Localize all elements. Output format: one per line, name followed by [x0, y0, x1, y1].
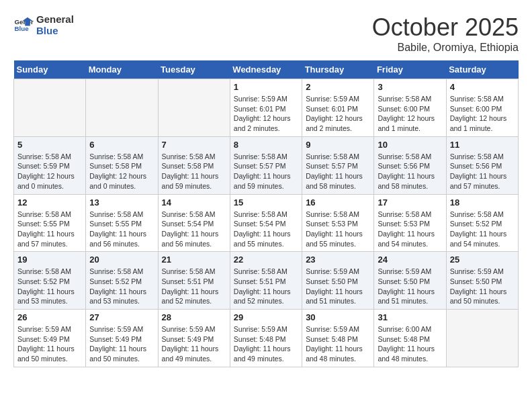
day-number: 14 [162, 197, 226, 208]
day-number: 8 [234, 140, 298, 150]
calendar-table: SundayMondayTuesdayWednesdayThursdayFrid… [13, 60, 519, 367]
day-number: 31 [378, 312, 442, 322]
day-info: Sunrise: 5:59 AMSunset: 6:01 PMDaylight:… [234, 94, 298, 134]
day-number: 28 [162, 312, 226, 322]
weekday-header-tuesday: Tuesday [158, 60, 230, 79]
day-number: 6 [89, 140, 154, 150]
day-cell-30: 30Sunrise: 5:59 AMSunset: 5:48 PMDayligh… [302, 310, 374, 367]
day-cell-24: 24Sunrise: 5:59 AMSunset: 5:50 PMDayligh… [374, 252, 446, 310]
day-cell-28: 28Sunrise: 5:59 AMSunset: 5:49 PMDayligh… [158, 310, 230, 367]
weekday-header-sunday: Sunday [14, 60, 86, 79]
day-number: 24 [378, 255, 442, 265]
day-number: 2 [306, 82, 370, 92]
logo-icon: General Blue [13, 15, 34, 35]
day-cell-10: 10Sunrise: 5:58 AMSunset: 5:56 PMDayligh… [374, 136, 446, 194]
day-info: Sunrise: 5:58 AMSunset: 6:00 PMDaylight:… [450, 94, 515, 134]
day-cell-8: 8Sunrise: 5:58 AMSunset: 5:57 PMDaylight… [230, 136, 302, 194]
day-cell-19: 19Sunrise: 5:58 AMSunset: 5:52 PMDayligh… [14, 252, 86, 310]
day-cell-6: 6Sunrise: 5:58 AMSunset: 5:58 PMDaylight… [86, 136, 158, 194]
day-info: Sunrise: 5:58 AMSunset: 6:00 PMDaylight:… [378, 94, 442, 134]
empty-cell [158, 79, 230, 137]
empty-cell [446, 310, 518, 367]
day-cell-2: 2Sunrise: 5:59 AMSunset: 6:01 PMDaylight… [302, 79, 374, 137]
svg-text:General: General [15, 18, 34, 26]
weekday-header-row: SundayMondayTuesdayWednesdayThursdayFrid… [14, 60, 519, 79]
day-cell-14: 14Sunrise: 5:58 AMSunset: 5:54 PMDayligh… [158, 194, 230, 252]
day-cell-13: 13Sunrise: 5:58 AMSunset: 5:55 PMDayligh… [86, 194, 158, 252]
day-info: Sunrise: 5:58 AMSunset: 5:52 PMDaylight:… [450, 210, 515, 249]
weekday-header-thursday: Thursday [302, 60, 374, 79]
week-row-5: 26Sunrise: 5:59 AMSunset: 5:49 PMDayligh… [14, 310, 519, 367]
day-info: Sunrise: 5:58 AMSunset: 5:52 PMDaylight:… [17, 267, 82, 306]
day-cell-26: 26Sunrise: 5:59 AMSunset: 5:49 PMDayligh… [14, 310, 86, 367]
day-info: Sunrise: 5:58 AMSunset: 5:52 PMDaylight:… [89, 267, 154, 306]
day-number: 21 [162, 255, 226, 265]
day-number: 22 [234, 255, 298, 265]
month-title: October 2025 [372, 13, 519, 42]
day-cell-27: 27Sunrise: 5:59 AMSunset: 5:49 PMDayligh… [86, 310, 158, 367]
day-cell-31: 31Sunrise: 6:00 AMSunset: 5:48 PMDayligh… [374, 310, 446, 367]
day-cell-18: 18Sunrise: 5:58 AMSunset: 5:52 PMDayligh… [446, 194, 518, 252]
day-cell-25: 25Sunrise: 5:59 AMSunset: 5:50 PMDayligh… [446, 252, 518, 310]
day-number: 27 [89, 312, 154, 322]
logo: General Blue General Blue [13, 13, 74, 36]
day-number: 17 [378, 197, 442, 208]
day-cell-29: 29Sunrise: 5:59 AMSunset: 5:48 PMDayligh… [230, 310, 302, 367]
day-info: Sunrise: 5:58 AMSunset: 5:55 PMDaylight:… [17, 210, 82, 249]
day-cell-7: 7Sunrise: 5:58 AMSunset: 5:58 PMDaylight… [158, 136, 230, 194]
day-number: 16 [306, 197, 370, 208]
day-number: 12 [17, 197, 82, 208]
day-cell-17: 17Sunrise: 5:58 AMSunset: 5:53 PMDayligh… [374, 194, 446, 252]
location: Babile, Oromiya, Ethiopia [372, 42, 519, 54]
day-info: Sunrise: 5:58 AMSunset: 5:57 PMDaylight:… [306, 152, 370, 191]
day-info: Sunrise: 5:58 AMSunset: 5:54 PMDaylight:… [234, 210, 298, 249]
day-info: Sunrise: 5:59 AMSunset: 5:48 PMDaylight:… [234, 324, 298, 364]
day-cell-3: 3Sunrise: 5:58 AMSunset: 6:00 PMDaylight… [374, 79, 446, 137]
day-number: 1 [234, 82, 298, 92]
day-cell-12: 12Sunrise: 5:58 AMSunset: 5:55 PMDayligh… [14, 194, 86, 252]
day-number: 18 [450, 197, 515, 208]
day-cell-9: 9Sunrise: 5:58 AMSunset: 5:57 PMDaylight… [302, 136, 374, 194]
day-number: 3 [378, 82, 442, 92]
page-header: General Blue General Blue October 2025 B… [13, 13, 519, 54]
day-info: Sunrise: 5:58 AMSunset: 5:56 PMDaylight:… [450, 152, 515, 191]
day-number: 20 [89, 255, 154, 265]
day-info: Sunrise: 5:59 AMSunset: 5:49 PMDaylight:… [162, 324, 226, 364]
day-info: Sunrise: 5:58 AMSunset: 5:53 PMDaylight:… [306, 210, 370, 249]
day-number: 10 [378, 140, 442, 150]
week-row-4: 19Sunrise: 5:58 AMSunset: 5:52 PMDayligh… [14, 252, 519, 310]
day-info: Sunrise: 5:59 AMSunset: 5:50 PMDaylight:… [306, 267, 370, 306]
day-info: Sunrise: 5:58 AMSunset: 5:59 PMDaylight:… [17, 152, 82, 191]
day-cell-22: 22Sunrise: 5:58 AMSunset: 5:51 PMDayligh… [230, 252, 302, 310]
day-info: Sunrise: 5:59 AMSunset: 5:48 PMDaylight:… [306, 324, 370, 364]
week-row-2: 5Sunrise: 5:58 AMSunset: 5:59 PMDaylight… [14, 136, 519, 194]
weekday-header-friday: Friday [374, 60, 446, 79]
day-number: 4 [450, 82, 515, 92]
logo-blue: Blue [36, 25, 74, 36]
day-cell-4: 4Sunrise: 5:58 AMSunset: 6:00 PMDaylight… [446, 79, 518, 137]
week-row-1: 1Sunrise: 5:59 AMSunset: 6:01 PMDaylight… [14, 79, 519, 137]
day-info: Sunrise: 5:59 AMSunset: 5:49 PMDaylight:… [17, 324, 82, 364]
day-info: Sunrise: 5:58 AMSunset: 5:51 PMDaylight:… [234, 267, 298, 306]
day-cell-21: 21Sunrise: 5:58 AMSunset: 5:51 PMDayligh… [158, 252, 230, 310]
week-row-3: 12Sunrise: 5:58 AMSunset: 5:55 PMDayligh… [14, 194, 519, 252]
day-info: Sunrise: 5:59 AMSunset: 5:49 PMDaylight:… [89, 324, 154, 364]
weekday-header-saturday: Saturday [446, 60, 518, 79]
empty-cell [86, 79, 158, 137]
empty-cell [14, 79, 86, 137]
day-number: 11 [450, 140, 515, 150]
day-info: Sunrise: 5:58 AMSunset: 5:53 PMDaylight:… [378, 210, 442, 249]
weekday-header-monday: Monday [86, 60, 158, 79]
title-block: October 2025 Babile, Oromiya, Ethiopia [372, 13, 519, 54]
day-cell-15: 15Sunrise: 5:58 AMSunset: 5:54 PMDayligh… [230, 194, 302, 252]
day-number: 13 [89, 197, 154, 208]
day-cell-20: 20Sunrise: 5:58 AMSunset: 5:52 PMDayligh… [86, 252, 158, 310]
day-cell-1: 1Sunrise: 5:59 AMSunset: 6:01 PMDaylight… [230, 79, 302, 137]
day-number: 7 [162, 140, 226, 150]
day-number: 25 [450, 255, 515, 265]
day-number: 5 [17, 140, 82, 150]
day-number: 9 [306, 140, 370, 150]
day-info: Sunrise: 5:58 AMSunset: 5:57 PMDaylight:… [234, 152, 298, 191]
day-number: 15 [234, 197, 298, 208]
day-cell-11: 11Sunrise: 5:58 AMSunset: 5:56 PMDayligh… [446, 136, 518, 194]
